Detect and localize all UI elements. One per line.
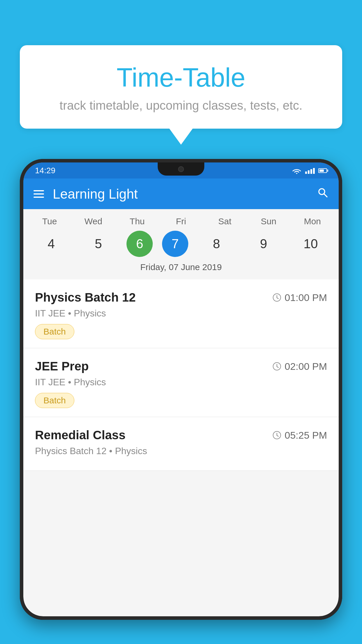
search-icon[interactable] xyxy=(317,187,328,201)
status-time: 14:29 xyxy=(35,166,55,175)
schedule-item-3[interactable]: Remedial Class 05:25 PM Physics Batch 12… xyxy=(23,417,339,471)
schedule-item-2[interactable]: JEE Prep 02:00 PM IIT JEE • Physics Batc… xyxy=(23,348,339,417)
phone-frame: 14:29 xyxy=(20,159,342,620)
svg-line-10 xyxy=(277,435,278,436)
schedule-item-2-title: JEE Prep xyxy=(35,359,89,373)
day-fri: Fri xyxy=(162,216,200,226)
day-tue: Tue xyxy=(31,216,68,226)
calendar-date-10[interactable]: 10 xyxy=(292,231,330,257)
batch-badge-2: Batch xyxy=(35,393,74,408)
calendar-date-9[interactable]: 9 xyxy=(245,231,282,257)
status-icons xyxy=(292,167,327,174)
schedule-item-1-subtitle: IIT JEE • Physics xyxy=(35,308,327,319)
power-button xyxy=(341,246,342,270)
day-wed: Wed xyxy=(74,216,112,226)
app-bar: Learning Light xyxy=(23,178,339,209)
notch xyxy=(158,162,204,176)
phone-container: 14:29 xyxy=(20,159,342,644)
schedule-item-2-time: 02:00 PM xyxy=(272,361,327,372)
schedule-item-1-title: Physics Batch 12 xyxy=(35,290,136,304)
app-title: Learning Light xyxy=(53,186,317,202)
calendar-strip: Tue Wed Thu Fri Sat Sun Mon 4 5 6 7 8 9 … xyxy=(23,209,339,279)
batch-badge-1: Batch xyxy=(35,324,74,339)
mute-button xyxy=(20,229,21,246)
day-sat: Sat xyxy=(206,216,244,226)
signal-icon xyxy=(305,167,315,174)
menu-button[interactable] xyxy=(34,190,44,198)
speech-bubble-container: Time-Table track timetable, upcoming cla… xyxy=(20,45,342,145)
calendar-day-names: Tue Wed Thu Fri Sat Sun Mon xyxy=(28,216,334,226)
wifi-icon xyxy=(292,167,302,174)
schedule-item-2-header: JEE Prep 02:00 PM xyxy=(35,359,327,373)
calendar-date-5[interactable]: 5 xyxy=(80,231,117,257)
svg-line-4 xyxy=(277,298,278,299)
schedule-item-2-subtitle: IIT JEE • Physics xyxy=(35,377,327,388)
calendar-date-7-selected[interactable]: 7 xyxy=(162,231,188,257)
calendar-date-4[interactable]: 4 xyxy=(32,231,70,257)
clock-icon-1 xyxy=(272,293,282,302)
clock-icon-3 xyxy=(272,430,282,440)
speech-bubble: Time-Table track timetable, upcoming cla… xyxy=(20,45,342,129)
schedule-item-3-header: Remedial Class 05:25 PM xyxy=(35,428,327,442)
clock-icon-2 xyxy=(272,362,282,371)
day-thu: Thu xyxy=(118,216,156,226)
day-mon: Mon xyxy=(294,216,331,226)
schedule-list: Physics Batch 12 01:00 PM IIT JEE • Phys… xyxy=(23,279,339,471)
speech-bubble-arrow xyxy=(169,129,193,145)
svg-line-7 xyxy=(277,367,278,368)
battery-icon xyxy=(318,168,327,173)
schedule-item-1[interactable]: Physics Batch 12 01:00 PM IIT JEE • Phys… xyxy=(23,279,339,348)
phone-screen: 14:29 xyxy=(23,162,339,616)
calendar-dates: 4 5 6 7 8 9 10 xyxy=(28,231,334,257)
schedule-item-1-header: Physics Batch 12 01:00 PM xyxy=(35,290,327,304)
selected-date-label: Friday, 07 June 2019 xyxy=(28,262,334,275)
speech-bubble-subtitle: track timetable, upcoming classes, tests… xyxy=(43,99,319,113)
speech-bubble-title: Time-Table xyxy=(43,63,319,93)
camera xyxy=(178,166,184,172)
schedule-item-1-time: 01:00 PM xyxy=(272,292,327,303)
volume-down-button xyxy=(20,290,21,316)
calendar-date-8[interactable]: 8 xyxy=(198,231,236,257)
schedule-item-3-time: 05:25 PM xyxy=(272,430,327,441)
calendar-date-6-today[interactable]: 6 xyxy=(126,231,153,257)
schedule-item-3-subtitle: Physics Batch 12 • Physics xyxy=(35,446,327,456)
volume-up-button xyxy=(20,255,21,281)
day-sun: Sun xyxy=(250,216,288,226)
svg-line-1 xyxy=(324,194,327,197)
schedule-item-3-title: Remedial Class xyxy=(35,428,126,442)
